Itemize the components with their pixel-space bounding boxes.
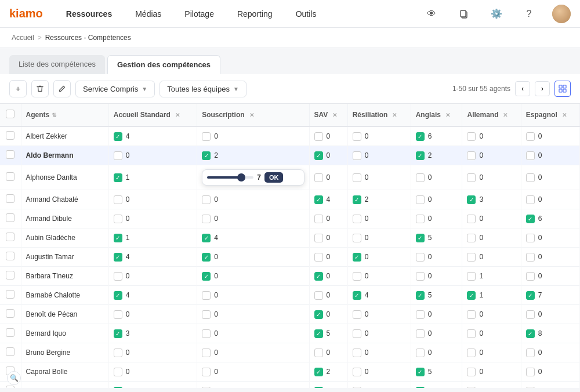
skill-checkbox[interactable] [202, 368, 211, 376]
skill-cell[interactable]: 0 [521, 190, 579, 209]
skill-cell[interactable]: 0 [108, 267, 197, 286]
skill-checkbox[interactable] [416, 291, 425, 300]
skill-checkbox[interactable] [202, 310, 211, 319]
skill-cell[interactable]: 0 [411, 248, 462, 267]
skill-checkbox[interactable] [467, 195, 476, 204]
row-checkbox[interactable] [6, 172, 14, 181]
skill-checkbox[interactable] [526, 234, 535, 242]
skill-cell[interactable]: 4 [108, 126, 197, 146]
remove-anglais-col[interactable]: ✕ [445, 112, 450, 118]
skill-cell[interactable]: 2 [197, 146, 309, 165]
skill-checkbox[interactable] [202, 151, 211, 160]
skill-checkbox[interactable] [526, 215, 535, 223]
skill-checkbox[interactable] [467, 151, 476, 160]
skill-checkbox[interactable] [353, 272, 361, 281]
skill-cell[interactable]: 0 [197, 382, 309, 389]
skill-checkbox[interactable] [314, 272, 323, 281]
select-all-checkbox[interactable] [6, 110, 14, 118]
delete-button[interactable] [31, 80, 49, 97]
skill-checkbox[interactable] [202, 253, 211, 262]
skill-cell[interactable]: 0 [521, 248, 579, 267]
remove-souscription-col[interactable]: ✕ [249, 112, 254, 118]
skill-cell[interactable]: 0 [197, 343, 309, 362]
skill-checkbox[interactable] [467, 329, 476, 338]
skill-cell[interactable]: 6 [521, 209, 579, 228]
skill-cell[interactable]: 0 [197, 248, 309, 267]
row-checkbox[interactable] [6, 194, 14, 203]
skill-cell[interactable]: 0 [411, 267, 462, 286]
breadcrumb-home[interactable]: Accueil [12, 34, 34, 42]
skill-cell[interactable]: 0 [521, 382, 579, 389]
remove-accueil-col[interactable]: ✕ [175, 112, 180, 118]
skill-cell[interactable]: 0 [411, 190, 462, 209]
skill-cell[interactable]: 0 [347, 209, 411, 228]
skill-checkbox[interactable] [202, 387, 211, 389]
skill-checkbox[interactable] [114, 151, 122, 160]
edit-button[interactable] [53, 80, 71, 97]
skill-checkbox[interactable] [314, 291, 323, 300]
skill-cell[interactable]: 1 [462, 286, 521, 305]
skill-cell[interactable]: 0 [462, 324, 521, 343]
skill-checkbox[interactable] [353, 215, 361, 223]
skill-checkbox[interactable] [526, 310, 535, 319]
skill-cell[interactable]: 0 [309, 228, 347, 248]
skill-cell[interactable]: 0 [108, 343, 197, 362]
skill-checkbox[interactable] [114, 215, 122, 223]
skill-cell[interactable]: 0 [197, 267, 309, 286]
skill-checkbox[interactable] [114, 291, 122, 300]
skill-cell[interactable]: 0 [197, 286, 309, 305]
row-checkbox[interactable] [6, 309, 14, 318]
skill-checkbox[interactable] [202, 215, 211, 223]
skill-checkbox[interactable] [526, 272, 535, 281]
skill-cell[interactable]: 0 [521, 146, 579, 165]
copy-icon[interactable] [455, 5, 473, 23]
skill-checkbox[interactable] [416, 253, 425, 262]
avatar[interactable] [552, 5, 571, 23]
skill-cell[interactable]: 1 [462, 267, 521, 286]
skill-checkbox[interactable] [526, 291, 535, 300]
skill-checkbox[interactable] [416, 387, 425, 389]
skill-checkbox[interactable] [314, 329, 323, 338]
skill-cell[interactable]: 0 [347, 343, 411, 362]
skill-checkbox[interactable] [114, 195, 122, 204]
skill-cell[interactable]: 0 [347, 146, 411, 165]
add-button[interactable]: + [9, 80, 27, 97]
nav-ressources[interactable]: Ressources [61, 7, 117, 21]
row-checkbox[interactable] [6, 290, 14, 299]
skill-cell[interactable]: 0 [462, 305, 521, 324]
skill-checkbox[interactable] [526, 195, 535, 204]
row-checkbox[interactable] [6, 233, 14, 241]
skill-cell[interactable]: 5 [411, 286, 462, 305]
skill-cell[interactable]: 0 [309, 343, 347, 362]
skill-cell[interactable]: 0 [347, 126, 411, 146]
skill-checkbox[interactable] [202, 234, 211, 242]
skill-cell[interactable]: 0 [411, 209, 462, 228]
skill-checkbox[interactable] [353, 349, 361, 357]
skill-checkbox[interactable] [416, 349, 425, 357]
skill-checkbox[interactable] [353, 151, 361, 160]
team-dropdown[interactable]: Toutes les équipes ▼ [160, 81, 246, 97]
skill-checkbox[interactable] [353, 291, 361, 300]
skill-checkbox[interactable] [526, 151, 535, 160]
skill-cell[interactable]: 8 [521, 324, 579, 343]
remove-resiliation-col[interactable]: ✕ [392, 112, 397, 118]
skill-checkbox[interactable] [114, 253, 122, 262]
tab-liste[interactable]: Liste des compétences [9, 55, 105, 74]
skill-cell[interactable]: 0 [521, 126, 579, 146]
skill-checkbox[interactable] [416, 368, 425, 376]
skill-cell[interactable]: 0 [521, 165, 579, 190]
next-page-button[interactable]: › [535, 81, 550, 96]
skill-cell[interactable]: 0 [309, 305, 347, 324]
skill-checkbox[interactable] [202, 195, 211, 204]
skill-checkbox[interactable] [526, 329, 535, 338]
skill-checkbox[interactable] [467, 387, 476, 389]
skill-cell[interactable]: 5 [411, 362, 462, 382]
skill-cell[interactable]: 0 [108, 305, 197, 324]
skill-cell[interactable]: 0 [309, 165, 347, 190]
nav-pilotage[interactable]: Pilotage [180, 7, 219, 21]
skill-checkbox[interactable] [314, 132, 323, 141]
skill-cell[interactable]: 3 [108, 324, 197, 343]
skill-checkbox[interactable] [467, 173, 476, 182]
skill-checkbox[interactable] [314, 310, 323, 319]
skill-cell[interactable]: 0 [197, 305, 309, 324]
